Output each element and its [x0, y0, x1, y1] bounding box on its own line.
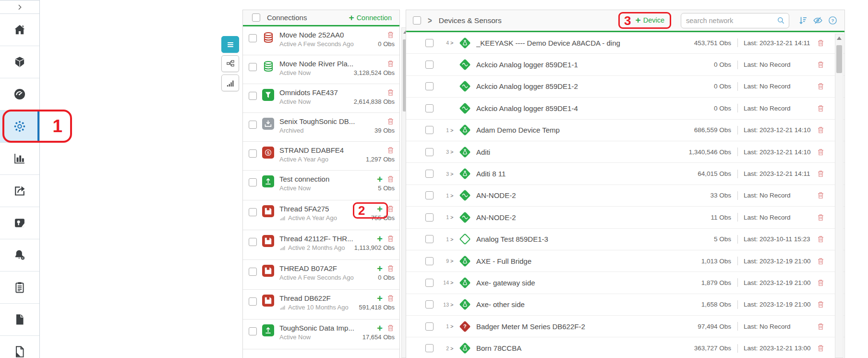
delete-device-icon[interactable] — [817, 39, 825, 47]
device-row[interactable]: 1>Adam Demo Device Temp686,559 ObsLast: … — [406, 120, 844, 141]
visibility-icon[interactable] — [813, 15, 823, 25]
delete-connection-icon[interactable] — [386, 175, 395, 183]
device-checkbox[interactable] — [425, 257, 434, 265]
device-checkbox[interactable] — [425, 235, 434, 243]
device-checkbox[interactable] — [425, 104, 434, 112]
expand-device-chevron[interactable]: > — [450, 258, 455, 264]
expand-all-chevron[interactable]: > — [428, 15, 432, 25]
add-device-to-connection-button[interactable]: + — [377, 325, 383, 332]
connection-row[interactable]: Thread 42112F- THR...+Active 2 Months Ag… — [243, 230, 399, 260]
select-all-devices-checkbox[interactable] — [413, 16, 421, 25]
expand-device-chevron[interactable]: > — [450, 171, 455, 177]
delete-device-icon[interactable] — [817, 61, 825, 69]
connection-row[interactable]: Move Node River Pla...Active Now3,128,52… — [243, 55, 399, 84]
device-checkbox[interactable] — [425, 213, 434, 222]
add-device-to-connection-button[interactable]: + — [377, 235, 383, 242]
connection-checkbox[interactable] — [249, 149, 257, 158]
delete-device-icon[interactable] — [817, 235, 825, 243]
device-row[interactable]: 1>AN-NODE-233 ObsLast: No Record — [406, 185, 844, 207]
delete-device-icon[interactable] — [817, 126, 825, 134]
connection-checkbox[interactable] — [249, 238, 257, 246]
add-device-to-connection-button[interactable]: + — [377, 295, 383, 302]
delete-connection-icon[interactable] — [386, 324, 395, 332]
sidebar-item-clipboard[interactable] — [0, 272, 39, 304]
delete-connection-icon[interactable] — [386, 235, 395, 243]
device-checkbox[interactable] — [425, 148, 434, 156]
device-checkbox[interactable] — [425, 126, 434, 134]
device-row[interactable]: 9>AXE - Full Bridge1,013 ObsLast: 2023-1… — [406, 250, 844, 272]
device-row[interactable]: Ackcio Analog logger 859DE1-10 ObsLast: … — [406, 54, 844, 75]
connection-row[interactable]: Senix ToughSonic DB...Archived39 Obs — [243, 113, 399, 142]
device-checkbox[interactable] — [425, 191, 434, 199]
delete-connection-icon[interactable] — [386, 294, 395, 302]
connection-checkbox[interactable] — [249, 121, 257, 129]
delete-device-icon[interactable] — [817, 191, 825, 199]
delete-device-icon[interactable] — [817, 344, 825, 352]
device-checkbox[interactable] — [425, 61, 434, 69]
sidebar-item-map[interactable] — [0, 207, 39, 239]
sidebar-item-bar-chart[interactable] — [0, 143, 39, 175]
device-checkbox[interactable] — [425, 279, 434, 287]
delete-connection-icon[interactable] — [386, 88, 395, 97]
sidebar-item-network-hub[interactable] — [0, 111, 39, 143]
delete-device-icon[interactable] — [817, 82, 825, 90]
sidebar-item-alert-settings[interactable] — [0, 239, 39, 272]
expand-device-chevron[interactable]: > — [450, 214, 455, 220]
sidebar-item-share[interactable] — [0, 175, 39, 207]
connection-row[interactable]: Test connection+Active Now5 Obs — [243, 171, 399, 200]
device-row[interactable]: Ackcio Analog logger 859DE1-20 ObsLast: … — [406, 76, 844, 98]
connection-checkbox[interactable] — [249, 297, 257, 306]
view-tree-button[interactable] — [221, 55, 239, 72]
add-connection-button[interactable]: + Connection — [349, 13, 392, 22]
expand-device-chevron[interactable]: > — [450, 236, 455, 242]
help-icon[interactable] — [828, 15, 838, 25]
scroll-up-button[interactable] — [835, 34, 843, 42]
connection-row[interactable]: THREAD B07A2F+Active A Few Seconds Ago0 … — [243, 260, 399, 290]
search-network-input[interactable] — [681, 13, 789, 28]
collapse-sidebar-button[interactable] — [0, 0, 39, 14]
connection-checkbox[interactable] — [249, 327, 257, 335]
delete-device-icon[interactable] — [817, 300, 825, 309]
sidebar-item-home[interactable] — [0, 14, 39, 46]
sidebar-item-gauge[interactable] — [0, 78, 39, 111]
connection-checkbox[interactable] — [249, 208, 257, 216]
delete-device-icon[interactable] — [817, 279, 825, 287]
connection-checkbox[interactable] — [249, 92, 257, 100]
sidebar-item-report[interactable] — [0, 336, 39, 358]
expand-device-chevron[interactable]: > — [450, 40, 455, 46]
expand-device-chevron[interactable]: > — [450, 302, 455, 308]
add-device-to-connection-button[interactable]: + — [377, 206, 383, 212]
delete-device-icon[interactable] — [817, 213, 825, 222]
delete-device-icon[interactable] — [817, 104, 825, 112]
expand-device-chevron[interactable]: > — [450, 280, 455, 285]
delete-connection-icon[interactable] — [386, 205, 395, 213]
add-device-button[interactable]: + Device — [636, 15, 664, 25]
delete-connection-icon[interactable] — [386, 264, 395, 272]
delete-connection-icon[interactable] — [386, 146, 395, 154]
expand-device-chevron[interactable]: > — [450, 149, 455, 155]
add-device-to-connection-button[interactable]: + — [377, 176, 383, 183]
device-row[interactable]: 2>Born 78CCBA363,727 ObsLast: 2023-12-21… — [406, 337, 844, 358]
connection-row[interactable]: Omnidots FAE437Active Now2,614,838 Obs — [243, 84, 399, 113]
connection-row[interactable]: STRAND EDABFE4Active A Year Ago1,297 Obs — [243, 142, 399, 171]
expand-device-chevron[interactable]: > — [450, 127, 455, 133]
device-row[interactable]: 3>Aditi 8 1164,015 ObsLast: 2023-12-21 1… — [406, 163, 844, 185]
connection-row[interactable]: ToughSonic Data Imp...+Active Now17,654 … — [243, 320, 399, 349]
sidebar-item-file[interactable] — [0, 304, 39, 336]
connection-checkbox[interactable] — [249, 178, 257, 186]
add-device-to-connection-button[interactable]: + — [377, 265, 383, 272]
connection-checkbox[interactable] — [249, 34, 257, 42]
delete-device-icon[interactable] — [817, 322, 825, 331]
device-checkbox[interactable] — [425, 82, 434, 90]
select-all-connections-checkbox[interactable] — [252, 13, 260, 22]
expand-device-chevron[interactable]: > — [450, 193, 455, 198]
delete-connection-icon[interactable] — [386, 60, 395, 68]
device-row[interactable]: 4>_KEEYASK ---- Demo Device A8ACDA - din… — [406, 32, 844, 54]
delete-device-icon[interactable] — [817, 170, 825, 178]
view-bars-button[interactable] — [221, 74, 239, 91]
device-row[interactable]: 14>Axe- gateway side1,879 ObsLast: 2023-… — [406, 272, 844, 294]
connection-row[interactable]: Move Node 252AA0Active A Few Seconds Ago… — [243, 26, 399, 55]
device-checkbox[interactable] — [425, 344, 434, 352]
device-checkbox[interactable] — [425, 39, 434, 47]
connection-row[interactable]: Thread 5FA275+Active A Year Ago755 Obs2 — [243, 200, 399, 230]
